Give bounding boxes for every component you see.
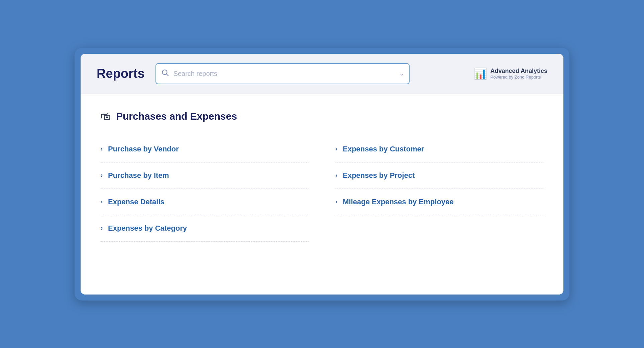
chevron-icon: › (335, 198, 337, 205)
report-label: Mileage Expenses by Employee (343, 198, 453, 206)
chevron-icon: › (335, 145, 337, 152)
search-input[interactable] (155, 63, 410, 84)
search-wrapper: ⌄ (155, 63, 410, 84)
chevron-icon: › (101, 172, 103, 179)
report-label: Expenses by Category (108, 224, 187, 233)
chevron-icon: › (101, 145, 103, 152)
header: Reports ⌄ 📊 Advanced Analytics Powered b… (81, 54, 563, 94)
analytics-title: Advanced Analytics (491, 68, 547, 75)
report-label: Expense Details (108, 198, 165, 206)
list-item[interactable]: › Purchase by Item (101, 162, 309, 189)
purchases-icon: 🛍 (101, 111, 111, 122)
chevron-icon: › (101, 198, 103, 205)
list-item[interactable]: › Expense Details (101, 189, 309, 215)
report-label: Purchase by Item (108, 171, 169, 180)
right-column: › Expenses by Customer › Expenses by Pro… (335, 136, 543, 242)
list-item[interactable]: › Expenses by Customer (335, 136, 543, 162)
left-column: › Purchase by Vendor › Purchase by Item … (101, 136, 309, 242)
report-label: Purchase by Vendor (108, 145, 179, 153)
list-item[interactable]: › Purchase by Vendor (101, 136, 309, 162)
report-label: Expenses by Customer (343, 145, 424, 153)
list-item[interactable]: › Mileage Expenses by Employee (335, 189, 543, 215)
inner-container: Reports ⌄ 📊 Advanced Analytics Powered b… (81, 54, 563, 295)
section-header: 🛍 Purchases and Expenses (101, 111, 543, 122)
reports-grid: › Purchase by Vendor › Purchase by Item … (101, 136, 543, 242)
section-title: Purchases and Expenses (116, 111, 237, 122)
outer-frame: Reports ⌄ 📊 Advanced Analytics Powered b… (75, 48, 569, 301)
analytics-subtitle: Powered by Zoho Reports (491, 75, 547, 80)
advanced-analytics: 📊 Advanced Analytics Powered by Zoho Rep… (474, 67, 547, 80)
main-content: 🛍 Purchases and Expenses › Purchase by V… (81, 94, 563, 295)
list-item[interactable]: › Expenses by Project (335, 162, 543, 189)
report-label: Expenses by Project (343, 171, 415, 180)
chevron-icon: › (335, 172, 337, 179)
analytics-text-block: Advanced Analytics Powered by Zoho Repor… (491, 68, 547, 80)
page-title: Reports (97, 67, 145, 81)
list-item[interactable]: › Expenses by Category (101, 215, 309, 242)
chevron-icon: › (101, 225, 103, 232)
analytics-icon: 📊 (474, 67, 487, 80)
